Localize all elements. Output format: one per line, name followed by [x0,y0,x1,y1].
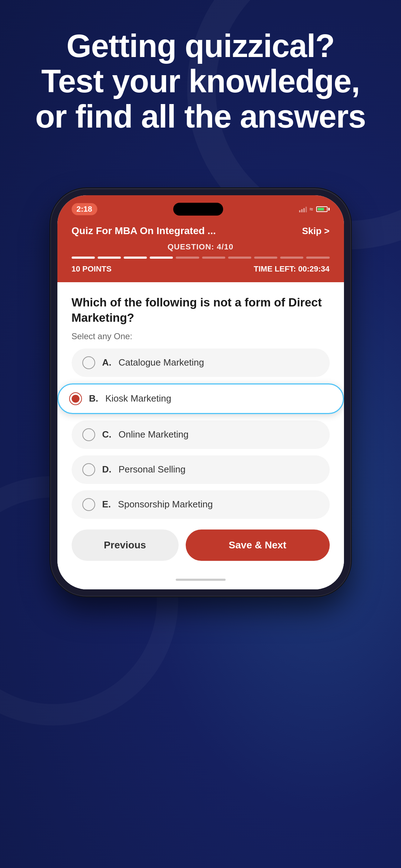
option-c-text: Online Marketing [119,429,189,440]
quiz-title-row: Quiz For MBA On Integrated ... Skip > [72,225,330,237]
option-list: A. Catalogue Marketing B. Kiosk Marketin… [72,348,330,519]
time-label: TIME LEFT: 00:29:34 [254,264,330,274]
battery-fill [318,208,324,211]
progress-seg-2 [98,257,121,259]
progress-seg-10 [306,257,329,259]
quiz-title: Quiz For MBA On Integrated ... [72,225,216,237]
battery-tip [328,208,330,211]
phone-frame: 2:18 ≈ Quiz [51,189,350,596]
status-icons: ≈ [299,206,330,213]
select-hint: Select any One: [72,331,330,341]
progress-seg-8 [254,257,277,259]
option-e-letter: E. [102,499,111,510]
progress-seg-4 [150,257,173,259]
skip-button[interactable]: Skip > [302,226,329,237]
radio-d [82,463,95,476]
option-b-selected[interactable]: B. Kiosk Marketing [57,383,344,414]
hero-section: Getting quizzical?Test your knowledge,or… [0,29,401,134]
quiz-footer: Previous Save & Next [57,519,344,575]
option-c-letter: C. [102,429,112,440]
radio-b-fill [72,395,79,403]
battery-icon [316,206,330,212]
progress-bar [72,257,330,259]
previous-button[interactable]: Previous [72,529,179,561]
radio-c [82,428,95,441]
option-a-text: Catalogue Marketing [119,357,204,368]
home-indicator [57,575,344,589]
home-bar [176,579,226,581]
progress-seg-7 [228,257,251,259]
quiz-body: Which of the following is not a form of … [57,282,344,519]
status-time: 2:18 [72,203,97,215]
quiz-header: Quiz For MBA On Integrated ... Skip > QU… [57,220,344,282]
phone-screen: 2:18 ≈ Quiz [57,195,344,589]
question-counter: QUESTION: 4/10 [72,242,330,252]
option-a[interactable]: A. Catalogue Marketing [72,348,330,377]
radio-e [82,498,95,511]
option-a-letter: A. [102,357,112,368]
wifi-icon: ≈ [310,206,313,213]
progress-seg-3 [124,257,147,259]
points-label: 10 POINTS [72,264,112,274]
phone-mockup: 2:18 ≈ Quiz [51,189,350,596]
save-next-button[interactable]: Save & Next [186,529,330,561]
dynamic-island [173,203,223,216]
option-c[interactable]: C. Online Marketing [72,420,330,449]
option-e[interactable]: E. Sponsorship Marketing [72,490,330,519]
progress-seg-6 [202,257,225,259]
signal-icon [299,206,307,212]
option-e-text: Sponsorship Marketing [118,499,213,510]
progress-seg-9 [280,257,303,259]
option-d-text: Personal Selling [119,464,186,475]
quiz-meta-row: 10 POINTS TIME LEFT: 00:29:34 [72,264,330,274]
option-b-letter: B. [89,393,98,404]
hero-title: Getting quizzical?Test your knowledge,or… [21,29,380,134]
battery-body [316,206,328,212]
progress-seg-1 [72,257,95,259]
radio-a [82,356,95,369]
option-d[interactable]: D. Personal Selling [72,455,330,484]
question-text: Which of the following is not a form of … [72,295,330,326]
status-bar: 2:18 ≈ [57,195,344,220]
progress-seg-5 [176,257,199,259]
option-d-letter: D. [102,464,112,475]
option-b-text: Kiosk Marketing [106,393,171,404]
radio-b [69,392,82,405]
